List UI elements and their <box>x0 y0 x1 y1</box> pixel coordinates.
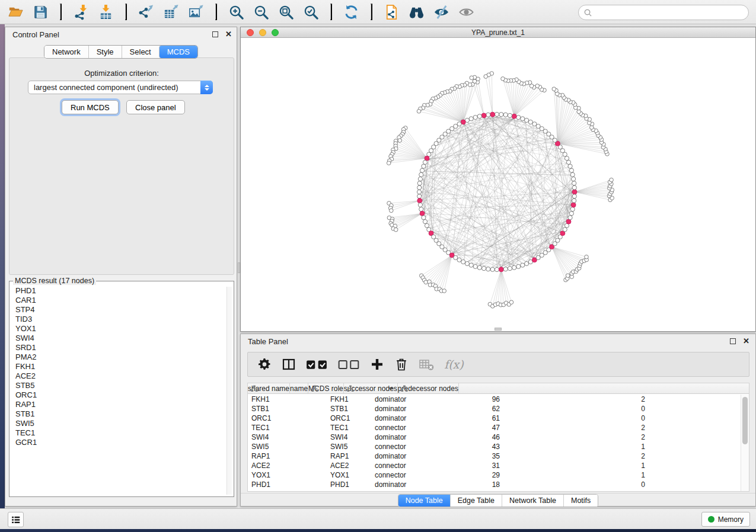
toolbar-separator <box>215 4 217 20</box>
cell-name: ACE2 <box>327 461 371 470</box>
SWI5[interactable]: SWI5 SWI5 connector 43 1 <box>248 442 741 451</box>
mcds-result-item[interactable]: RAP1 <box>12 400 225 409</box>
table-column-header[interactable]: predecessor nodes <box>398 383 459 393</box>
mcds-result-item[interactable]: SWI5 <box>12 419 225 428</box>
search-network-icon[interactable] <box>407 2 426 22</box>
close-panel-button[interactable]: Close panel <box>126 100 185 114</box>
optimization-criterion-select[interactable]: largest connected component (undirected) <box>28 81 213 94</box>
run-mcds-button[interactable]: Run MCDS <box>62 100 119 114</box>
mcds-result-item[interactable]: PHD1 <box>12 286 225 296</box>
mcds-result-item[interactable]: FKH1 <box>12 362 225 371</box>
table-tab[interactable]: Network Table <box>502 495 563 507</box>
ORC1[interactable]: ORC1 ORC1 dominator 61 0 <box>248 414 741 423</box>
table-column-header[interactable]: successor nodes <box>344 383 398 393</box>
network-window-titlebar[interactable]: YPA_prune.txt_1 <box>241 27 755 38</box>
mcds-result-item[interactable]: TEC1 <box>12 428 225 438</box>
search-input[interactable] <box>595 8 744 17</box>
float-table-panel-icon[interactable] <box>730 338 736 344</box>
zoom-selected-icon[interactable] <box>301 2 321 22</box>
column-header-label: name <box>290 384 308 393</box>
save-session-icon[interactable] <box>31 2 50 22</box>
tree-icon <box>401 385 408 392</box>
mcds-result-item[interactable]: STB5 <box>12 381 225 390</box>
cell-predecessor-nodes: 2 <box>547 423 651 432</box>
hide-panel-icon[interactable] <box>432 2 451 22</box>
mcds-result-item[interactable]: PMA2 <box>12 352 225 362</box>
table-column-header[interactable]: shared name <box>248 383 290 393</box>
FKH1[interactable]: FKH1 FKH1 dominator 96 2 <box>248 395 741 404</box>
cell-predecessor-nodes: 2 <box>547 395 651 404</box>
table-tab[interactable]: Node Table <box>398 495 450 507</box>
deselect-all-icon[interactable] <box>338 355 360 373</box>
add-icon[interactable] <box>370 355 384 373</box>
control-panel-tab[interactable]: Select <box>122 46 159 58</box>
export-table-icon[interactable] <box>161 2 181 22</box>
open-session-icon[interactable] <box>6 2 25 22</box>
refresh-layout-icon[interactable] <box>342 2 361 22</box>
table-body: FKH1 FKH1 dominator 96 2 STB1 STB1 domin… <box>248 395 741 491</box>
split-panel-icon[interactable] <box>282 355 296 373</box>
mcds-result-item[interactable]: YOX1 <box>12 324 225 334</box>
cell-shared-name: ACE2 <box>248 461 327 470</box>
import-network-icon[interactable] <box>71 2 91 22</box>
float-panel-icon[interactable] <box>212 31 218 37</box>
cell-name: SWI5 <box>327 442 371 451</box>
network-splitter-handle[interactable] <box>495 328 502 331</box>
TEC1[interactable]: TEC1 TEC1 connector 47 2 <box>248 423 741 432</box>
share-document-icon[interactable] <box>382 2 401 22</box>
STB1[interactable]: STB1 STB1 dominator 62 0 <box>248 404 741 414</box>
cell-successor-nodes: 47 <box>460 423 547 432</box>
mcds-result-item[interactable]: TID3 <box>12 315 225 324</box>
mcds-result-item[interactable]: ORC1 <box>12 390 225 400</box>
zoom-in-icon[interactable] <box>227 2 246 22</box>
export-network-icon[interactable] <box>136 2 156 22</box>
mcds-result-item[interactable]: CAR1 <box>12 296 225 305</box>
mcds-result-item[interactable]: GCR1 <box>12 438 225 447</box>
table-toolbar: f(x) <box>247 352 749 377</box>
cell-name: TEC1 <box>327 423 371 432</box>
table-scrollbar[interactable] <box>741 395 749 491</box>
zoom-out-icon[interactable] <box>251 2 271 22</box>
mcds-result-item[interactable]: SRD1 <box>12 343 225 352</box>
mcds-result-item[interactable]: STB1 <box>12 409 225 419</box>
toolbar-separator <box>125 4 127 20</box>
tree-icon <box>251 385 258 392</box>
mcds-result-item[interactable]: STP4 <box>12 305 225 315</box>
table-tab[interactable]: Motifs <box>563 495 598 507</box>
cell-predecessor-nodes: 2 <box>547 432 651 442</box>
network-canvas[interactable] <box>241 38 755 331</box>
delete-icon[interactable] <box>394 355 409 373</box>
RAP1[interactable]: RAP1 RAP1 dominator 35 2 <box>248 451 741 461</box>
control-panel-tab[interactable]: MCDS <box>159 46 197 58</box>
mcds-result-item[interactable]: ACE2 <box>12 371 225 381</box>
search-box[interactable] <box>578 5 749 20</box>
control-panel-tab[interactable]: Network <box>44 46 88 58</box>
network-graph[interactable] <box>241 38 755 331</box>
table-scrollbar-thumb[interactable] <box>742 397 748 444</box>
SWI4[interactable]: SWI4 SWI4 dominator 46 2 <box>248 432 741 442</box>
tree-icon <box>311 385 318 392</box>
ACE2[interactable]: ACE2 ACE2 connector 31 1 <box>248 461 741 470</box>
mcds-result-item[interactable]: SWI4 <box>12 334 225 343</box>
select-all-icon[interactable] <box>306 355 328 373</box>
close-panel-icon[interactable] <box>225 31 232 37</box>
export-image-icon[interactable] <box>186 2 206 22</box>
YOX1[interactable]: YOX1 YOX1 connector 29 1 <box>248 470 741 480</box>
memory-button[interactable]: Memory <box>701 512 750 527</box>
list-icon-button[interactable] <box>8 512 24 527</box>
zoom-fit-icon[interactable] <box>276 2 296 22</box>
table-column-header[interactable]: MCDS role <box>308 383 344 393</box>
close-table-panel-icon[interactable] <box>743 338 749 344</box>
cell-mcds-role: dominator <box>371 480 460 489</box>
import-table-icon[interactable] <box>96 2 116 22</box>
cell-successor-nodes: 46 <box>460 432 547 442</box>
control-panel-tab[interactable]: Style <box>88 46 122 58</box>
gear-icon[interactable] <box>257 355 272 373</box>
table-column-header[interactable]: name <box>290 383 308 393</box>
table-tab[interactable]: Edge Table <box>450 495 502 507</box>
node-table: shared name name MCDS role su <box>247 383 749 492</box>
cell-successor-nodes: 31 <box>460 461 547 470</box>
cell-predecessor-nodes: 1 <box>547 470 651 480</box>
PHD1[interactable]: PHD1 PHD1 dominator 18 0 <box>248 480 741 489</box>
mcds-list-scrollbar[interactable] <box>227 287 232 495</box>
